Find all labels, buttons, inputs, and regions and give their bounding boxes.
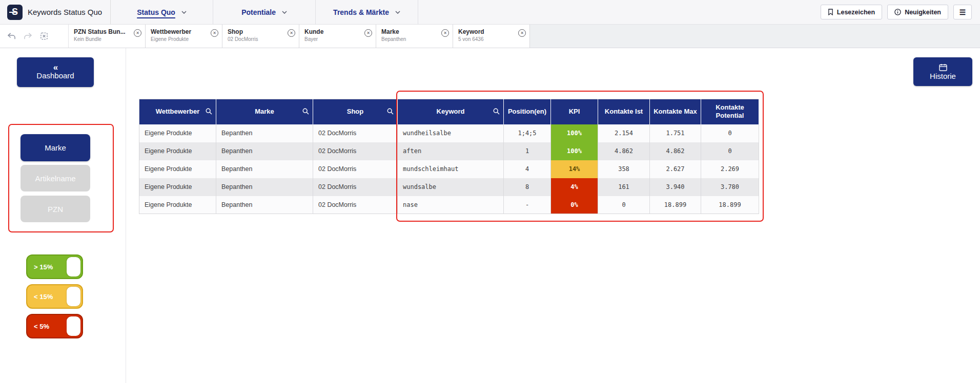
chip-value: 02 DocMorris <box>228 36 285 42</box>
chip-title: PZN Status Bun... <box>74 28 132 35</box>
column-label: Kontakte Potential <box>716 103 744 119</box>
column-header-kontakte-ist[interactable]: Kontakte Ist <box>598 99 650 124</box>
cell-keyword[interactable]: wundsalbe <box>398 178 504 196</box>
column-label: Kontakte Ist <box>605 108 643 115</box>
column-header-kontakte-max[interactable]: Kontakte Max <box>650 99 701 124</box>
view-label: PZN <box>48 205 63 214</box>
nav-item-status-quo[interactable]: Status Quo <box>111 0 213 24</box>
cell-shop[interactable]: 02 DocMorris <box>313 124 398 142</box>
menu-button[interactable]: ☰ <box>953 5 972 19</box>
column-header-kontakte-potential[interactable]: Kontakte Potential <box>701 99 759 124</box>
table-row: Eigene Produkte Bepanthen 02 DocMorris a… <box>139 142 759 160</box>
cell-wettbewerber[interactable]: Eigene Produkte <box>139 142 216 160</box>
cell-marke[interactable]: Bepanthen <box>216 178 313 196</box>
cell-keyword[interactable]: aften <box>398 142 504 160</box>
cell-kontakte-max: 3.940 <box>650 178 701 196</box>
cell-wettbewerber[interactable]: Eigene Produkte <box>139 124 216 142</box>
view-button-artikelname[interactable]: Artikelname <box>21 165 90 192</box>
cell-position: 4 <box>504 160 551 178</box>
cell-marke[interactable]: Bepanthen <box>216 124 313 142</box>
filter-chips: PZN Status Bun... Kein Bundle ✕ Wettbewe… <box>69 25 530 48</box>
filter-chip-pzn-status[interactable]: PZN Status Bun... Kein Bundle ✕ <box>69 25 146 48</box>
historie-button[interactable]: Historie <box>913 57 972 86</box>
toggle-knob <box>67 287 80 306</box>
legend-toggle-high[interactable]: > 15% <box>26 254 83 279</box>
info-icon <box>894 9 901 15</box>
column-header-position[interactable]: Position(en) <box>504 99 551 124</box>
legend-toggle-mid[interactable]: < 15% <box>26 284 83 309</box>
cell-keyword[interactable]: wundheilsalbe <box>398 124 504 142</box>
cell-position: 1 <box>504 142 551 160</box>
filter-chip-wettbewerber[interactable]: Wettbewerber Eigene Produkte ✕ <box>146 25 222 48</box>
column-header-kpi[interactable]: KPI <box>551 99 598 124</box>
close-icon[interactable]: ✕ <box>211 29 218 37</box>
brand: S Keywords Status Quo <box>0 0 110 24</box>
cell-wettbewerber[interactable]: Eigene Produkte <box>139 160 216 178</box>
cell-position: 1;4;5 <box>504 124 551 142</box>
chip-title: Marke <box>381 28 439 35</box>
table-row: Eigene Produkte Bepanthen 02 DocMorris w… <box>139 124 759 142</box>
filter-chip-marke[interactable]: Marke Bepanthen ✕ <box>376 25 453 48</box>
cell-kpi: 100% <box>551 124 598 142</box>
cell-keyword[interactable]: mundschleimhaut <box>398 160 504 178</box>
app-window: S Keywords Status Quo Status Quo Potenti… <box>0 0 980 383</box>
table-row: Eigene Produkte Bepanthen 02 DocMorris m… <box>139 160 759 178</box>
nav-item-trends-maerkte[interactable]: Trends & Märkte <box>316 0 418 24</box>
cell-wettbewerber[interactable]: Eigene Produkte <box>139 196 216 214</box>
historie-label: Historie <box>930 72 956 80</box>
nav-item-potentiale[interactable]: Potentiale <box>213 0 316 24</box>
selections-back-icon[interactable] <box>7 32 16 40</box>
cell-kontakte-potential: 3.780 <box>701 178 759 196</box>
filter-chip-kunde[interactable]: Kunde Bayer ✕ <box>299 25 376 48</box>
view-button-marke[interactable]: Marke <box>21 134 90 161</box>
column-header-shop[interactable]: Shop <box>313 99 398 124</box>
chip-value: Bepanthen <box>381 36 439 42</box>
cell-keyword[interactable]: nase <box>398 196 504 214</box>
cell-shop[interactable]: 02 DocMorris <box>313 196 398 214</box>
app-logo[interactable]: S <box>7 5 23 20</box>
filter-chip-keyword[interactable]: Keyword 5 von 6436 ✕ <box>453 25 530 48</box>
search-icon[interactable] <box>493 108 500 115</box>
cell-shop[interactable]: 02 DocMorris <box>313 160 398 178</box>
search-icon[interactable] <box>206 108 212 115</box>
column-header-wettbewerber[interactable]: Wettbewerber <box>139 99 216 124</box>
column-header-keyword[interactable]: Keyword <box>398 99 504 124</box>
lesezeichen-button[interactable]: Lesezeichen <box>821 5 882 19</box>
view-label: Artikelname <box>35 174 75 183</box>
close-icon[interactable]: ✕ <box>288 29 295 37</box>
cell-kontakte-max: 18.899 <box>650 196 701 214</box>
legend-toggle-low[interactable]: < 5% <box>26 314 83 338</box>
chip-value: Eigene Produkte <box>151 36 209 42</box>
dashboard-button[interactable]: « Dashboard <box>17 57 94 87</box>
close-icon[interactable]: ✕ <box>518 29 526 37</box>
cell-kpi: 14% <box>551 160 598 178</box>
column-header-marke[interactable]: Marke <box>216 99 313 124</box>
cell-kontakte-potential: 2.269 <box>701 160 759 178</box>
cell-shop[interactable]: 02 DocMorris <box>313 142 398 160</box>
selections-forward-icon[interactable] <box>24 32 32 40</box>
cell-marke[interactable]: Bepanthen <box>216 142 313 160</box>
close-icon[interactable]: ✕ <box>364 29 372 37</box>
filter-chip-shop[interactable]: Shop 02 DocMorris ✕ <box>222 25 299 48</box>
search-icon[interactable] <box>302 108 309 115</box>
cell-shop[interactable]: 02 DocMorris <box>313 178 398 196</box>
cell-kontakte-ist: 0 <box>598 196 650 214</box>
cell-marke[interactable]: Bepanthen <box>216 196 313 214</box>
cell-position: - <box>504 196 551 214</box>
close-icon[interactable]: ✕ <box>441 29 449 37</box>
cell-marke[interactable]: Bepanthen <box>216 160 313 178</box>
neuigkeiten-button[interactable]: Neuigkeiten <box>887 5 948 19</box>
close-icon[interactable]: ✕ <box>134 29 141 37</box>
cell-wettbewerber[interactable]: Eigene Produkte <box>139 178 216 196</box>
selection-bar: PZN Status Bun... Kein Bundle ✕ Wettbewe… <box>0 25 980 48</box>
cell-kontakte-ist: 358 <box>598 160 650 178</box>
clear-selections-icon[interactable] <box>40 32 48 40</box>
cell-kpi: 0% <box>551 196 598 214</box>
chip-title: Shop <box>228 28 285 35</box>
topbar: S Keywords Status Quo Status Quo Potenti… <box>0 0 980 25</box>
view-button-pzn[interactable]: PZN <box>21 196 90 222</box>
cell-kpi: 100% <box>551 142 598 160</box>
nav-label: Potentiale <box>241 8 276 16</box>
column-label: Kontakte Max <box>654 108 697 115</box>
search-icon[interactable] <box>387 108 394 115</box>
